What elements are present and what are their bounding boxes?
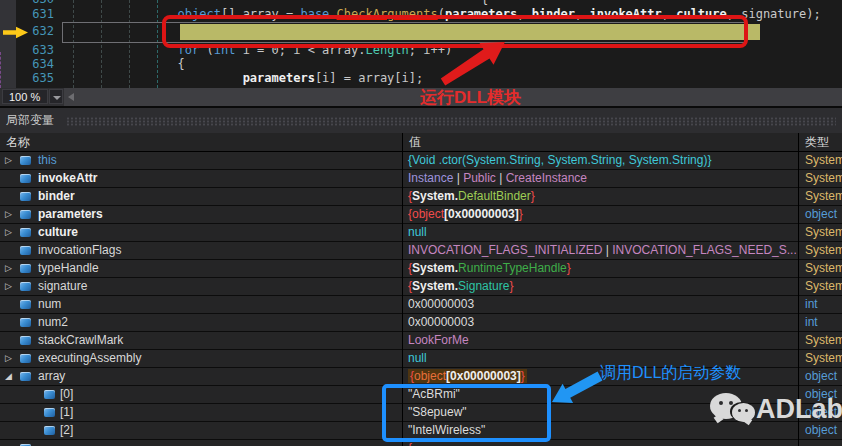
local-row-typeHandle[interactable]: ▷typeHandle{System.RuntimeTypeHandle}Sys… [0,260,842,278]
variable-icon [20,300,31,309]
variable-icon [20,282,31,291]
variable-icon [20,354,31,363]
watermark-text: ADLab [756,394,842,425]
variable-icon [20,264,31,273]
local-name: array [38,368,65,385]
local-type: object [798,206,842,223]
local-type: System [798,332,842,349]
local-name: invokeAttr [38,170,97,187]
local-value[interactable]: Instance | Public | CreateInstance [402,170,798,187]
local-value[interactable]: {System.RuntimeTypeHandle} [402,260,798,277]
selected-value-highlight: {object[0x00000003]} [408,369,527,383]
variable-icon [44,408,55,417]
expand-icon[interactable]: ▷ [5,206,16,223]
red-annotation-box [162,15,748,48]
vs-debugger-screen: 630631632633634635 { object[] array = ba… [0,0,842,446]
local-name: stackCrawlMark [38,332,123,349]
column-header-type[interactable]: 类型 [805,133,829,152]
variable-icon [20,372,31,381]
local-value[interactable]: 0x00000003 [402,314,798,331]
variable-icon [44,426,55,435]
local-name: signature [38,278,87,295]
variable-icon [20,228,31,237]
column-header-name[interactable]: 名称 [6,133,30,152]
local-value[interactable]: 0x00000003 [402,296,798,313]
local-type: System [798,188,842,205]
local-type: System [798,260,842,277]
expand-icon[interactable]: ▷ [5,260,16,277]
expand-icon[interactable]: ▷ [5,224,16,241]
local-row-signature[interactable]: ▷signature{System.Signature}System [0,278,842,296]
local-row-invocationFlags[interactable]: invocationFlagsINVOCATION_FLAGS_INITIALI… [0,242,842,260]
variable-icon [20,336,31,345]
chevron-down-icon [53,96,61,100]
local-row-binder[interactable]: binder{System.DefaultBinder}System [0,188,842,206]
local-name: typeHandle [38,260,99,277]
variable-icon [44,390,55,399]
local-value[interactable]: {System.DefaultBinder} [402,188,798,205]
variable-icon [20,318,31,327]
local-value[interactable]: {System.Signature} [402,278,798,295]
local-name: this [38,152,57,169]
local-type: int [798,296,842,313]
code-line-635[interactable]: parameters[i] = array[i]; [62,71,423,86]
local-name: [0] [60,386,73,403]
wechat-icon [708,393,758,427]
column-header-value[interactable]: 值 [409,133,421,152]
locals-panel-title: 局部变量 [6,108,54,133]
local-value[interactable]: null [402,224,798,241]
zoom-dropdown-button[interactable] [49,89,63,104]
variable-icon [20,174,31,183]
local-name: num [38,296,61,313]
variable-icon [20,192,31,201]
run-dll-annotation-label: 运行DLL模块 [420,86,521,109]
local-row-this[interactable]: ▷this{Void .ctor(System.String, System.S… [0,152,842,170]
variable-icon [20,210,31,219]
local-type: System [798,152,842,169]
code-line-634[interactable]: { [62,57,185,72]
titlebar-grip-texture [66,117,836,126]
dll-params-annotation-label: 调用DLL的启动参数 [600,363,741,384]
local-type: System [798,242,842,259]
local-name: [2] [60,422,73,439]
local-type: int [798,314,842,331]
local-row-num[interactable]: num0x00000003int [0,296,842,314]
zoom-level-value: 100 % [9,91,40,103]
locals-panel-titlebar[interactable]: 局部变量 [0,108,842,133]
blue-annotation-box [382,384,551,442]
scroll-left-arrow-icon[interactable] [68,93,74,101]
zoom-level-select[interactable]: 100 % [2,89,48,104]
local-name: invocationFlags [38,242,121,259]
local-row-num2[interactable]: num20x00000003int [0,314,842,332]
local-value[interactable]: {Void .ctor(System.String, System.String… [402,152,798,169]
local-type: System [798,278,842,295]
local-name: binder [38,188,75,205]
local-row-parameters[interactable]: ▷parameters{object[0x00000003]}object [0,206,842,224]
collapse-icon[interactable]: ◢ [5,368,16,385]
local-row-stackCrawlMark[interactable]: stackCrawlMarkLookForMeSystem [0,332,842,350]
local-type: System [798,350,842,367]
adlab-watermark: ADLab [708,391,838,431]
expand-icon[interactable]: ▷ [5,350,16,367]
local-row-culture[interactable]: ▷culturenullSystem [0,224,842,242]
local-name: [1] [60,404,73,421]
code-line-630[interactable]: { [62,0,488,7]
locals-column-headers: 名称 值 类型 [0,133,842,152]
local-value[interactable]: INVOCATION_FLAGS_INITIALIZED | INVOCATIO… [402,242,798,259]
variable-icon [20,246,31,255]
local-type: object [798,368,842,385]
local-row-invokeAttr[interactable]: invokeAttrInstance | Public | CreateInst… [0,170,842,188]
variable-icon [20,156,31,165]
local-type: System [798,170,842,187]
expand-icon[interactable]: ▷ [5,278,16,295]
local-name: num2 [38,314,68,331]
expand-icon[interactable]: ▷ [5,152,16,169]
local-value[interactable]: LookForMe [402,332,798,349]
local-name: culture [38,224,78,241]
local-name: executingAssembly [38,350,141,367]
local-type: System [798,224,842,241]
local-name: parameters [38,206,103,223]
local-value[interactable]: {object[0x00000003]} [402,206,798,223]
